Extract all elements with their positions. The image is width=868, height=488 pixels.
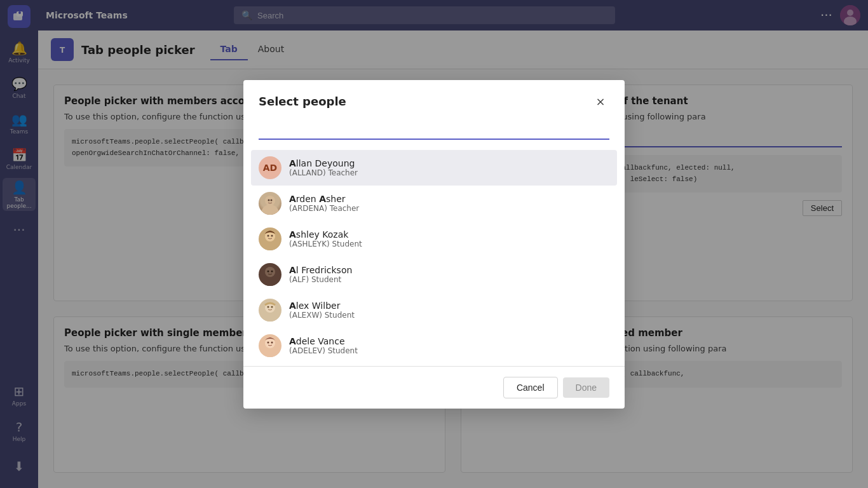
person-name: Ashley Kozak [289, 229, 609, 240]
person-name: Allan Deyoung [289, 158, 609, 168]
select-people-modal: Select people × AD Allan Deyoung (ALLAND… [243, 80, 625, 409]
modal-search [243, 121, 625, 147]
person-info: Al Fredrickson (ALF) Student [289, 265, 609, 284]
list-item[interactable]: Alex Wilber (ALEXW) Student [251, 292, 617, 328]
svg-point-17 [265, 267, 275, 277]
svg-point-19 [271, 270, 273, 272]
svg-point-14 [268, 234, 269, 236]
person-info: Arden Asher (ARDENA) Teacher [289, 194, 609, 213]
svg-point-8 [265, 196, 275, 206]
person-name: Alex Wilber [289, 301, 609, 311]
person-info: Alex Wilber (ALEXW) Student [289, 301, 609, 320]
person-name: Adele Vance [289, 336, 609, 346]
person-info: Ashley Kozak (ASHLEYK) Student [289, 229, 609, 248]
svg-point-15 [271, 234, 273, 236]
avatar [259, 227, 281, 250]
modal-overlay[interactable]: Select people × AD Allan Deyoung (ALLAND… [0, 0, 868, 488]
svg-point-11 [271, 199, 273, 201]
person-name: Al Fredrickson [289, 265, 609, 275]
svg-point-10 [268, 199, 270, 201]
list-item[interactable]: Al Fredrickson (ALF) Student [251, 257, 617, 292]
svg-point-25 [265, 338, 275, 348]
modal-title: Select people [259, 95, 346, 108]
modal-person-list: AD Allan Deyoung (ALLAND) Teacher [243, 147, 625, 366]
svg-point-18 [268, 270, 269, 272]
modal-close-button[interactable]: × [592, 93, 609, 111]
avatar [259, 299, 281, 322]
svg-point-23 [271, 306, 273, 308]
person-info: Adele Vance (ADELEV) Student [289, 336, 609, 355]
person-sub: (ASHLEYK) Student [289, 240, 609, 248]
avatar [259, 263, 281, 286]
person-info: Allan Deyoung (ALLAND) Teacher [289, 158, 609, 177]
list-item[interactable]: AD Allan Deyoung (ALLAND) Teacher [251, 150, 617, 186]
modal-footer: Cancel Done [243, 366, 625, 409]
svg-point-9 [261, 205, 279, 215]
avatar [259, 334, 281, 357]
person-sub: (ALF) Student [289, 275, 609, 284]
avatar: AD [259, 156, 281, 179]
avatar [259, 192, 281, 215]
person-name: Arden Asher [289, 194, 609, 204]
cancel-button[interactable]: Cancel [503, 377, 558, 398]
svg-point-22 [268, 306, 269, 308]
modal-header: Select people × [243, 80, 625, 121]
list-item[interactable]: Arden Asher (ARDENA) Teacher [251, 186, 617, 221]
modal-search-input[interactable] [259, 121, 609, 140]
svg-point-26 [268, 341, 269, 343]
person-sub: (ALEXW) Student [289, 311, 609, 320]
person-sub: (ALLAND) Teacher [289, 168, 609, 177]
list-item[interactable]: Adele Vance (ADELEV) Student [251, 328, 617, 363]
svg-point-27 [271, 341, 273, 343]
done-button[interactable]: Done [563, 377, 609, 398]
list-item[interactable]: Ashley Kozak (ASHLEYK) Student [251, 221, 617, 257]
person-sub: (ARDENA) Teacher [289, 204, 609, 213]
person-sub: (ADELEV) Student [289, 346, 609, 355]
